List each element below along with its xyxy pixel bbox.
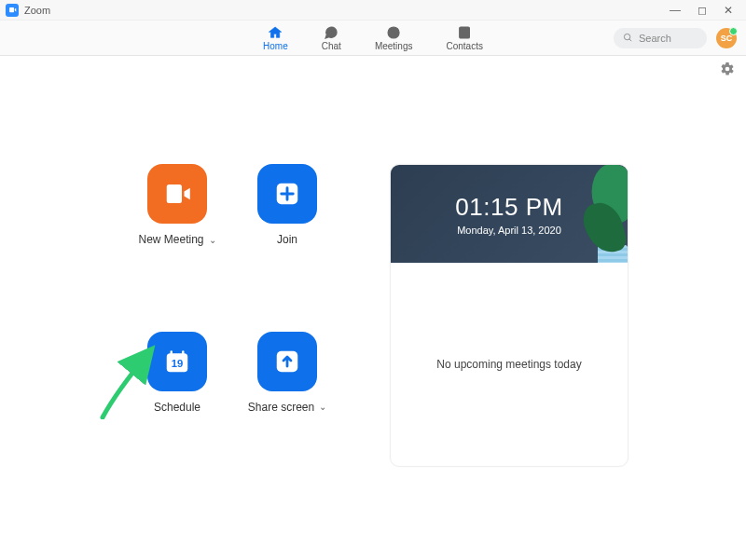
- chat-icon: [323, 25, 339, 40]
- main-content: New Meeting ⌄ Join 19 Schedu: [0, 80, 746, 467]
- nav-chat[interactable]: Chat: [322, 25, 341, 51]
- close-button[interactable]: ✕: [724, 4, 733, 17]
- search-input[interactable]: Search: [614, 28, 707, 48]
- actions-grid: New Meeting ⌄ Join 19 Schedu: [131, 164, 334, 467]
- new-meeting-label: New Meeting: [138, 233, 203, 246]
- svg-point-2: [463, 30, 466, 33]
- nav-chat-label: Chat: [322, 41, 341, 51]
- settings-button[interactable]: [720, 61, 735, 80]
- zoom-app-icon: [6, 4, 19, 17]
- maximize-button[interactable]: ◻: [698, 4, 707, 17]
- chevron-down-icon[interactable]: ⌄: [209, 235, 216, 245]
- meetings-icon: [385, 25, 402, 40]
- svg-text:19: 19: [172, 358, 184, 369]
- chevron-down-icon[interactable]: ⌄: [319, 402, 326, 412]
- video-icon: [163, 180, 191, 208]
- search-placeholder: Search: [639, 33, 671, 44]
- svg-rect-6: [171, 350, 173, 355]
- clock-time: 01:15 PM: [455, 193, 562, 222]
- top-nav: Home Chat Meetings Contacts Search SC: [0, 20, 746, 56]
- info-header: 01:15 PM Monday, April 13, 2020: [391, 165, 628, 263]
- new-meeting-button[interactable]: [147, 164, 207, 224]
- gear-icon: [720, 61, 735, 76]
- home-icon: [267, 25, 283, 40]
- no-meetings-text: No upcoming meetings today: [436, 358, 581, 371]
- join-button[interactable]: [257, 164, 317, 224]
- meetings-empty-state: No upcoming meetings today: [391, 263, 628, 466]
- avatar-initials: SC: [721, 34, 733, 43]
- nav-meetings[interactable]: Meetings: [375, 25, 413, 51]
- svg-point-3: [624, 34, 629, 39]
- window-title: Zoom: [24, 5, 50, 16]
- minimize-button[interactable]: —: [670, 4, 681, 17]
- schedule-tile: 19 Schedule: [131, 332, 224, 468]
- info-panel: 01:15 PM Monday, April 13, 2020 No upcom…: [390, 164, 629, 467]
- join-label: Join: [277, 233, 297, 246]
- share-up-icon: [273, 348, 301, 376]
- contacts-icon: [456, 25, 473, 40]
- nav-home-label: Home: [263, 41, 288, 51]
- share-screen-label: Share screen: [248, 401, 314, 414]
- nav-meetings-label: Meetings: [375, 41, 413, 51]
- plus-icon: [273, 180, 301, 208]
- nav-home[interactable]: Home: [263, 25, 288, 51]
- schedule-button[interactable]: 19: [147, 332, 207, 391]
- avatar[interactable]: SC: [716, 28, 737, 48]
- calendar-icon: 19: [163, 348, 191, 376]
- clock-date: Monday, April 13, 2020: [457, 225, 561, 236]
- window-titlebar: Zoom — ◻ ✕: [0, 0, 746, 20]
- share-screen-tile: Share screen ⌄: [241, 332, 334, 468]
- schedule-label: Schedule: [154, 401, 200, 414]
- search-icon: [623, 33, 633, 43]
- plant-decoration: [572, 165, 628, 263]
- nav-contacts[interactable]: Contacts: [446, 25, 482, 51]
- new-meeting-tile: New Meeting ⌄: [131, 164, 224, 300]
- share-screen-button[interactable]: [257, 332, 317, 391]
- nav-contacts-label: Contacts: [446, 41, 482, 51]
- join-tile: Join: [241, 164, 334, 300]
- svg-rect-7: [182, 350, 185, 355]
